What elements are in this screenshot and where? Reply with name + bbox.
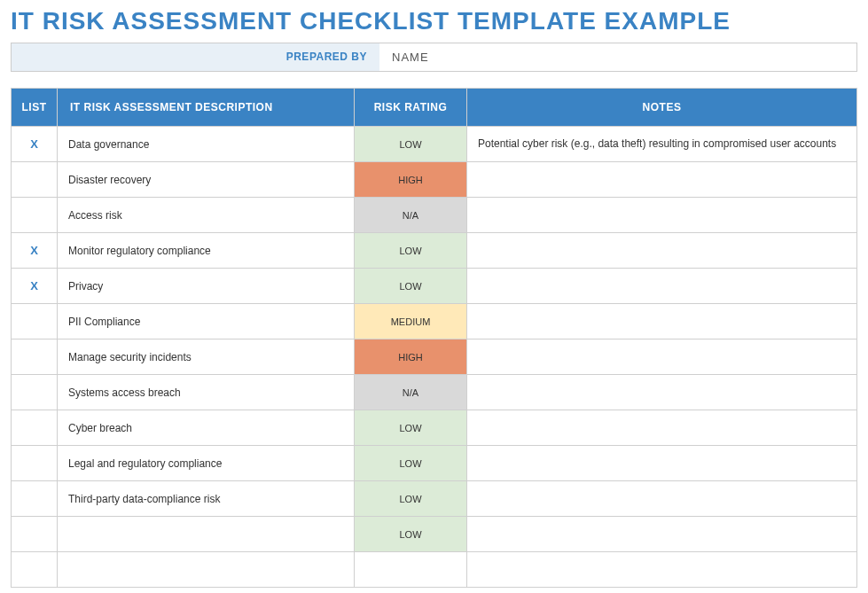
notes-cell[interactable] [467,481,857,517]
notes-cell[interactable] [467,269,857,304]
table-row: Disaster recoveryHIGH [12,162,857,198]
description-cell[interactable]: Cyber breach [58,410,355,446]
notes-cell[interactable] [467,446,857,481]
table-row: LOW [12,517,857,552]
list-cell[interactable] [12,410,58,446]
risk-cell[interactable]: HIGH [355,339,467,375]
risk-cell[interactable]: N/A [355,375,467,410]
table-row: PII ComplianceMEDIUM [12,304,857,339]
list-cell[interactable] [12,446,58,481]
risk-table: LIST IT RISK ASSESSMENT DESCRIPTION RISK… [11,88,857,588]
description-cell[interactable]: Privacy [58,269,355,304]
list-cell[interactable] [12,339,58,375]
notes-cell[interactable] [467,339,857,375]
notes-cell[interactable]: Potential cyber risk (e.g., data theft) … [467,127,857,162]
table-row: XMonitor regulatory complianceLOW [12,233,857,269]
header-description: IT RISK ASSESSMENT DESCRIPTION [58,89,355,127]
description-cell[interactable]: Third-party data-compliance risk [58,481,355,517]
risk-cell[interactable]: HIGH [355,162,467,198]
risk-cell[interactable] [355,552,467,588]
notes-cell[interactable] [467,552,857,588]
notes-cell[interactable] [467,162,857,198]
list-cell[interactable] [12,552,58,588]
description-cell[interactable]: Monitor regulatory compliance [58,233,355,269]
list-cell[interactable]: X [12,233,58,269]
risk-cell[interactable]: LOW [355,517,467,552]
table-row: Third-party data-compliance riskLOW [12,481,857,517]
table-row: Systems access breachN/A [12,375,857,410]
table-row [12,552,857,588]
list-cell[interactable] [12,162,58,198]
description-cell[interactable]: Systems access breach [58,375,355,410]
risk-cell[interactable]: LOW [355,446,467,481]
table-row: XData governanceLOWPotential cyber risk … [12,127,857,162]
table-header-row: LIST IT RISK ASSESSMENT DESCRIPTION RISK… [12,89,857,127]
description-cell[interactable]: Legal and regulatory compliance [58,446,355,481]
table-row: Manage security incidentsHIGH [12,339,857,375]
notes-cell[interactable] [467,517,857,552]
risk-cell[interactable]: LOW [355,269,467,304]
notes-cell[interactable] [467,233,857,269]
risk-cell[interactable]: LOW [355,410,467,446]
notes-cell[interactable] [467,375,857,410]
list-cell[interactable]: X [12,127,58,162]
risk-cell[interactable]: LOW [355,481,467,517]
list-cell[interactable] [12,517,58,552]
list-cell[interactable] [12,198,58,233]
description-cell[interactable] [58,517,355,552]
risk-cell[interactable]: LOW [355,127,467,162]
header-notes: NOTES [467,89,857,127]
notes-cell[interactable] [467,198,857,233]
risk-cell[interactable]: N/A [355,198,467,233]
notes-cell[interactable] [467,410,857,446]
description-cell[interactable]: Disaster recovery [58,162,355,198]
description-cell[interactable]: PII Compliance [58,304,355,339]
header-risk: RISK RATING [355,89,467,127]
list-cell[interactable] [12,481,58,517]
list-cell[interactable]: X [12,269,58,304]
prepared-by-row: PREPARED BY NAME [11,43,857,72]
risk-cell[interactable]: LOW [355,233,467,269]
table-row: XPrivacyLOW [12,269,857,304]
header-list: LIST [12,89,58,127]
description-cell[interactable]: Manage security incidents [58,339,355,375]
risk-cell[interactable]: MEDIUM [355,304,467,339]
description-cell[interactable]: Access risk [58,198,355,233]
description-cell[interactable] [58,552,355,588]
prepared-by-value[interactable]: NAME [379,43,856,71]
list-cell[interactable] [12,375,58,410]
list-cell[interactable] [12,304,58,339]
table-row: Legal and regulatory complianceLOW [12,446,857,481]
prepared-by-label: PREPARED BY [12,43,379,71]
notes-cell[interactable] [467,304,857,339]
table-row: Cyber breachLOW [12,410,857,446]
description-cell[interactable]: Data governance [58,127,355,162]
page-title: IT RISK ASSESSMENT CHECKLIST TEMPLATE EX… [11,7,857,35]
table-row: Access riskN/A [12,198,857,233]
